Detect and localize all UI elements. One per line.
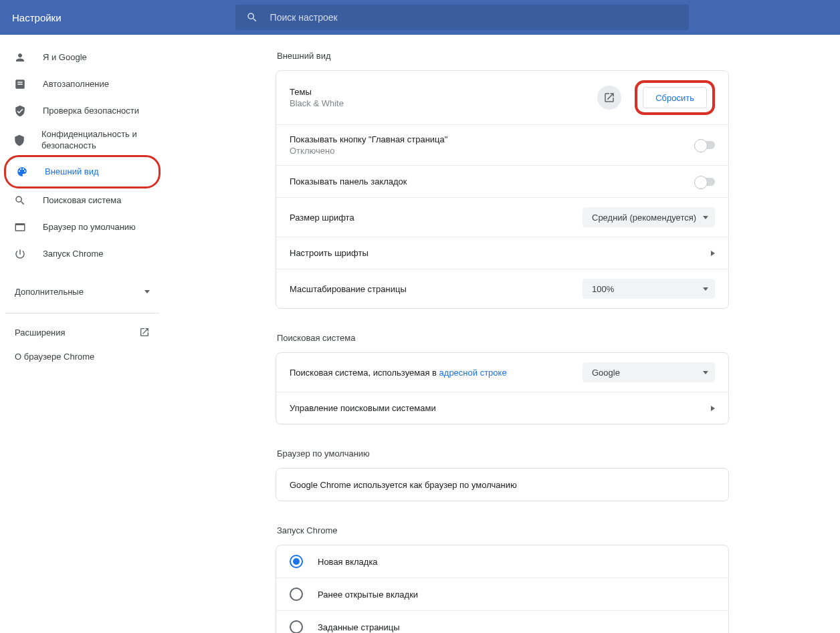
appearance-card: Темы Black & White Сбросить Показывать к…	[276, 70, 729, 309]
default-browser-card: Google Chrome используется как браузер п…	[276, 468, 729, 501]
customize-fonts-row[interactable]: Настроить шрифты	[276, 237, 728, 269]
sidebar-item-search[interactable]: Поисковая система	[5, 187, 159, 214]
sidebar-item-label: Автозаполнение	[43, 79, 109, 90]
search-engine-row: Поисковая система, используемая в адресн…	[276, 353, 728, 392]
radio-icon[interactable]	[290, 620, 303, 633]
section-title: Поисковая система	[276, 333, 729, 343]
open-in-new-icon	[603, 92, 615, 104]
chevron-down-icon	[703, 287, 708, 291]
sidebar-item-label: Конфиденциальность и безопасность	[41, 129, 151, 152]
search-card: Поисковая система, используемая в адресн…	[276, 352, 729, 424]
person-icon	[13, 51, 27, 64]
manage-search-row[interactable]: Управление поисковыми системами	[276, 392, 728, 424]
manage-search-title: Управление поисковыми системами	[290, 403, 711, 413]
main-content: Внешний вид Темы Black & White Сбросить	[165, 35, 840, 633]
section-appearance: Внешний вид Темы Black & White Сбросить	[276, 51, 729, 309]
address-bar-link[interactable]: адресной строке	[439, 368, 507, 378]
font-size-value: Средний (рекомендуется)	[592, 213, 703, 223]
themes-title: Темы	[290, 87, 597, 97]
sidebar-item-label: Запуск Chrome	[43, 249, 104, 260]
search-icon	[246, 11, 258, 23]
advanced-label: Дополнительные	[15, 287, 144, 297]
sidebar-item-appearance[interactable]: Внешний вид	[7, 158, 157, 185]
sidebar-item-label: Поисковая система	[43, 195, 122, 207]
shield-icon	[13, 134, 25, 146]
default-browser-row: Google Chrome используется как браузер п…	[276, 469, 728, 501]
home-button-subtitle: Отключено	[290, 146, 695, 156]
radio-icon[interactable]	[290, 588, 303, 601]
search-engine-select[interactable]: Google	[583, 362, 715, 382]
open-in-new-icon	[139, 327, 150, 338]
font-size-row: Размер шрифта Средний (рекомендуется)	[276, 197, 728, 237]
startup-option-specific-pages[interactable]: Заданные страницы	[276, 610, 728, 633]
autofill-icon	[13, 78, 27, 90]
search-prefix: Поисковая система, используемая в	[290, 368, 439, 378]
startup-label: Ранее открытые вкладки	[318, 590, 418, 600]
row-text: Поисковая система, используемая в адресн…	[290, 368, 583, 378]
row-text: Масштабирование страницы	[290, 284, 583, 294]
highlight-reset: Сбросить	[635, 80, 715, 115]
home-button-title: Показывать кнопку "Главная страница"	[290, 134, 695, 144]
startup-option-new-tab[interactable]: Новая вкладка	[276, 545, 728, 578]
section-search-engine: Поисковая система Поисковая система, исп…	[276, 333, 729, 424]
themes-subtitle: Black & White	[290, 98, 597, 108]
row-text: Настроить шрифты	[290, 248, 711, 258]
sidebar-item-safety-check[interactable]: Проверка безопасности	[5, 98, 159, 124]
page-zoom-value: 100%	[592, 284, 703, 294]
home-button-toggle[interactable]	[695, 141, 715, 149]
section-title: Браузер по умолчанию	[276, 449, 729, 459]
bookmarks-toggle[interactable]	[695, 178, 715, 186]
page-zoom-select[interactable]: 100%	[583, 279, 715, 299]
sidebar-item-privacy[interactable]: Конфиденциальность и безопасность	[5, 124, 159, 156]
about-chrome-link[interactable]: О браузере Chrome	[5, 344, 159, 368]
chevron-down-icon	[144, 290, 150, 293]
font-size-title: Размер шрифта	[290, 213, 583, 223]
search-input[interactable]	[270, 12, 678, 23]
default-browser-text: Google Chrome используется как браузер п…	[290, 480, 517, 490]
search-icon	[13, 195, 27, 207]
sidebar-item-autofill[interactable]: Автозаполнение	[5, 71, 159, 98]
row-text: Темы Black & White	[290, 87, 597, 108]
search-engine-value: Google	[592, 368, 703, 378]
page-zoom-row: Масштабирование страницы 100%	[276, 269, 728, 308]
startup-option-continue[interactable]: Ранее открытые вкладки	[276, 578, 728, 610]
power-icon	[13, 248, 27, 260]
advanced-toggle[interactable]: Дополнительные	[5, 277, 159, 306]
chevron-down-icon	[703, 371, 708, 374]
startup-card: Новая вкладка Ранее открытые вкладки Зад…	[276, 545, 729, 633]
reset-theme-button[interactable]: Сбросить	[643, 87, 707, 108]
section-title: Запуск Chrome	[276, 525, 729, 535]
themes-row: Темы Black & White Сбросить	[276, 71, 728, 124]
sidebar-item-label: Проверка безопасности	[43, 106, 139, 117]
home-button-row: Показывать кнопку "Главная страница" Отк…	[276, 124, 728, 165]
bookmarks-bar-row: Показывать панель закладок	[276, 165, 728, 197]
sidebar-item-default-browser[interactable]: Браузер по умолчанию	[5, 214, 159, 241]
radio-icon[interactable]	[290, 555, 303, 568]
search-engine-text: Поисковая система, используемая в адресн…	[290, 368, 583, 378]
sidebar-item-label: Браузер по умолчанию	[43, 222, 136, 233]
bookmarks-title: Показывать панель закладок	[290, 176, 695, 186]
section-startup: Запуск Chrome Новая вкладка Ранее открыт…	[276, 525, 729, 633]
about-label: О браузере Chrome	[15, 352, 94, 362]
sidebar-item-startup[interactable]: Запуск Chrome	[5, 241, 159, 267]
extensions-link[interactable]: Расширения	[5, 320, 159, 344]
page-zoom-title: Масштабирование страницы	[290, 284, 583, 294]
shield-check-icon	[13, 105, 27, 117]
app-title: Настройки	[12, 12, 62, 23]
palette-icon	[15, 166, 29, 178]
sidebar-item-label: Внешний вид	[45, 166, 99, 178]
sidebar: Я и Google Автозаполнение Проверка безоп…	[0, 35, 165, 633]
open-theme-external-button[interactable]	[597, 86, 621, 110]
row-text: Размер шрифта	[290, 213, 583, 223]
app-header: Настройки	[0, 0, 840, 35]
row-text: Показывать панель закладок	[290, 176, 695, 186]
divider	[5, 313, 159, 313]
chevron-right-icon	[711, 406, 715, 411]
startup-label: Новая вкладка	[318, 557, 378, 567]
sidebar-item-you-and-google[interactable]: Я и Google	[5, 44, 159, 71]
browser-icon	[13, 221, 27, 233]
startup-label: Заданные страницы	[318, 622, 400, 632]
search-wrap[interactable]	[235, 5, 689, 30]
section-title: Внешний вид	[276, 51, 729, 61]
font-size-select[interactable]: Средний (рекомендуется)	[583, 207, 715, 227]
